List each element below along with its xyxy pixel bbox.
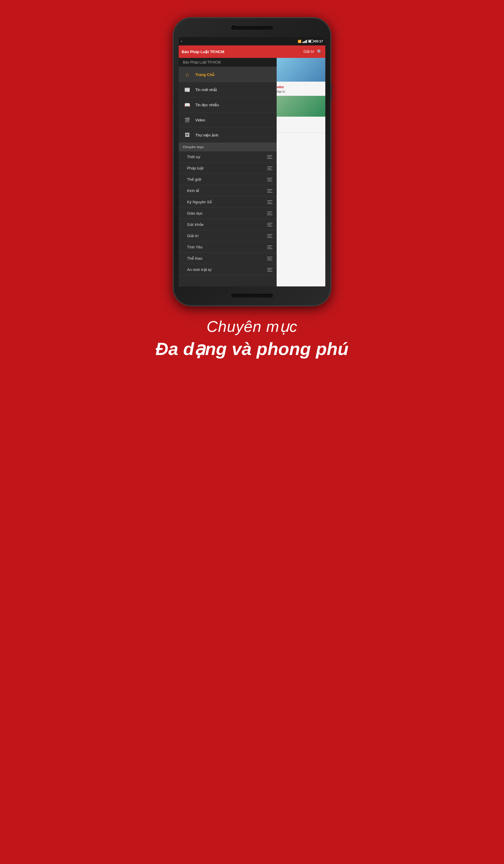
header-search-label: Giải trí bbox=[303, 50, 314, 54]
sidebar-label-thu-vien-anh: Thư viện ảnh bbox=[195, 133, 218, 137]
sidebar-label-phap-luat: Pháp luật bbox=[187, 166, 204, 170]
sidebar-item-tinh-yeu[interactable]: Tình Yêu bbox=[179, 242, 277, 253]
submenu-icon-the-thao bbox=[267, 257, 273, 260]
video-icon: 🎬 bbox=[183, 116, 192, 124]
sidebar-item-trang-chu[interactable]: ⌂ Trang Chủ bbox=[179, 67, 277, 82]
sidebar-item-tin-moi-nhat[interactable]: 📰 Tin mới nhất bbox=[179, 82, 277, 97]
sidebar-label-kinh-te: Kinh tế bbox=[187, 189, 199, 193]
photo-icon: 🖼 bbox=[183, 131, 192, 140]
phone-screen: ▪ 📶 00:1 bbox=[179, 37, 325, 286]
bottom-subtitle: Đa dạng và phong phú bbox=[156, 338, 348, 360]
battery-icon bbox=[308, 40, 313, 43]
submenu-icon-phap-luat bbox=[267, 167, 273, 170]
sidebar-item-the-thao[interactable]: Thể thao bbox=[179, 253, 277, 264]
sidebar-item-suc-khoe[interactable]: Sức khỏe bbox=[179, 219, 277, 230]
sidebar-item-phap-luat[interactable]: Pháp luật bbox=[179, 163, 277, 174]
sidebar-item-the-gioi[interactable]: Thế giới bbox=[179, 174, 277, 185]
h-line-2 bbox=[267, 157, 271, 157]
signal-icon bbox=[302, 39, 307, 43]
phone-device: ▪ 📶 00:1 bbox=[173, 18, 331, 306]
submenu-icon-giai-tri bbox=[267, 234, 273, 238]
sidebar-label-tin-doc-nhieu: Tin đọc nhiều bbox=[195, 103, 219, 107]
signal-bar-1 bbox=[302, 42, 303, 43]
sidebar-item-thu-vien-anh[interactable]: 🖼 Thư viện ảnh bbox=[179, 128, 277, 143]
sidebar-label-ky-nguyen-so: Ký Nguyên Số bbox=[187, 200, 212, 204]
submenu-icon-ky-nguyen-so bbox=[267, 200, 273, 204]
speaker-top bbox=[231, 26, 273, 30]
signal-bar-2 bbox=[304, 41, 304, 43]
sidebar-label-giao-duc: Giáo dục bbox=[187, 211, 203, 215]
submenu-icon-tinh-yeu bbox=[267, 245, 273, 249]
sidebar-label-tinh-yeu: Tình Yêu bbox=[187, 245, 203, 249]
sidebar-label-trang-chu: Trang Chủ bbox=[195, 72, 214, 77]
sidebar-item-an-ninh-trat-tu[interactable]: An ninh trật tự bbox=[179, 264, 277, 275]
content-area: a showbiz người đẹp bị jai chi ứa Bí ng … bbox=[179, 58, 325, 286]
status-bar-right: 📶 00:17 bbox=[298, 39, 323, 43]
sidebar-label-the-thao: Thể thao bbox=[187, 256, 202, 261]
sim-icon: ▪ bbox=[181, 40, 182, 43]
signal-bar-3 bbox=[305, 41, 306, 43]
sidebar-item-giai-tri[interactable]: Giải trí bbox=[179, 230, 277, 242]
speaker-bottom bbox=[231, 294, 273, 297]
sidebar-item-video[interactable]: 🎬 Video bbox=[179, 112, 277, 128]
submenu-icon-kinh-te bbox=[267, 189, 273, 193]
sidebar-label-the-gioi: Thế giới bbox=[187, 177, 201, 182]
bottom-title: Chuyên mục bbox=[156, 317, 348, 335]
sidebar-label-thoi-su: Thời sự bbox=[187, 155, 200, 159]
submenu-icon-an-ninh-trat-tu bbox=[267, 268, 273, 272]
status-bar: ▪ 📶 00:1 bbox=[179, 37, 325, 45]
book-icon: 📖 bbox=[183, 100, 192, 109]
submenu-icon-giao-duc bbox=[267, 212, 273, 215]
sidebar-item-kinh-te[interactable]: Kinh tế bbox=[179, 185, 277, 196]
submenu-icon-suc-khoe bbox=[267, 223, 273, 227]
bottom-text-section: Chuyên mục Đa dạng và phong phú bbox=[132, 317, 372, 360]
sidebar-item-tin-doc-nhieu[interactable]: 📖 Tin đọc nhiều bbox=[179, 97, 277, 112]
sidebar-title: Báo Pháp Luật TP.HCM bbox=[183, 60, 220, 64]
sidebar-label-giai-tri: Giải trí bbox=[187, 233, 199, 238]
phone-shell: ▪ 📶 00:1 bbox=[173, 18, 331, 306]
sidebar-item-ky-nguyen-so[interactable]: Ký Nguyên Số bbox=[179, 196, 277, 208]
volume-button bbox=[330, 83, 332, 101]
signal-bar-4 bbox=[306, 40, 307, 43]
sidebar-item-thoi-su[interactable]: Thời sự bbox=[179, 151, 277, 163]
sidebar-header: Báo Pháp Luật TP.HCM bbox=[179, 58, 277, 67]
search-icon[interactable]: 🔍 bbox=[316, 49, 322, 55]
battery-fill bbox=[309, 40, 311, 42]
sidebar-label-an-ninh-trat-tu: An ninh trật tự bbox=[187, 267, 211, 272]
chuyen-muc-section-header: Chuyên mục bbox=[179, 143, 277, 151]
app-title: Báo Pháp Luật TP.HCM bbox=[182, 50, 224, 54]
sidebar-drawer: Báo Pháp Luật TP.HCM ⌂ Trang Chủ 📰 Tin m… bbox=[179, 58, 277, 286]
header-right: Giải trí 🔍 bbox=[303, 49, 322, 55]
h-line-3 bbox=[267, 158, 273, 159]
sidebar-label-tin-moi-nhat: Tin mới nhất bbox=[195, 87, 217, 92]
h-line-1 bbox=[267, 155, 273, 156]
sidebar-item-giao-duc[interactable]: Giáo dục bbox=[179, 208, 277, 219]
sidebar-label-video: Video bbox=[195, 118, 205, 122]
news-icon: 📰 bbox=[183, 85, 192, 94]
status-time: 00:17 bbox=[315, 39, 323, 43]
wifi-icon: 📶 bbox=[298, 40, 301, 43]
app-header: Báo Pháp Luật TP.HCM Giải trí 🔍 bbox=[179, 45, 325, 58]
submenu-icon-thoi-su bbox=[267, 155, 273, 159]
submenu-icon-the-gioi bbox=[267, 178, 273, 181]
sidebar-label-suc-khoe: Sức khỏe bbox=[187, 222, 204, 227]
home-icon: ⌂ bbox=[183, 70, 192, 79]
status-bar-left: ▪ bbox=[181, 40, 182, 43]
section-header-label: Chuyên mục bbox=[183, 145, 204, 149]
